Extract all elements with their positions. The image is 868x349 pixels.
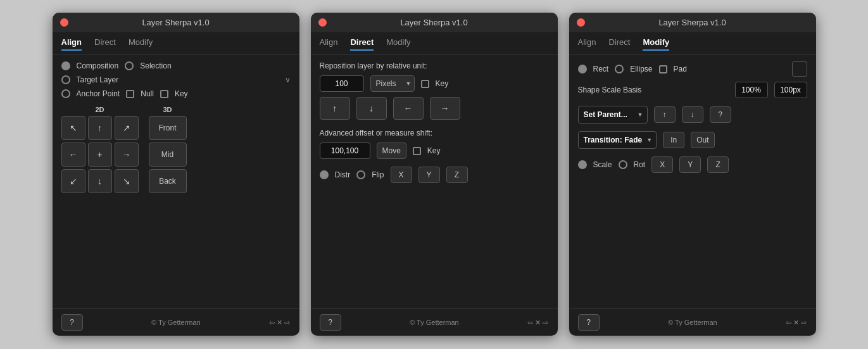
scale-px-btn[interactable]: 100px [774,82,807,98]
scale-radio-label: Scale [593,160,612,169]
set-parent-dropdown[interactable]: Set Parent... ▼ [578,106,648,124]
out-button[interactable]: Out [691,132,714,148]
panel-title-modify: Layer Sherpa v1.0 [577,18,808,27]
arrow-up[interactable]: ↑ [320,97,350,120]
null-checkbox[interactable] [126,90,134,98]
distr-label: Distr [335,170,351,179]
grid-btn-w[interactable]: ← [61,143,85,167]
rect-ellipse-pad-row: Rect Ellipse Pad [578,61,807,77]
offset-input[interactable]: 100,100 [320,143,370,159]
tab-align[interactable]: Align [61,37,82,51]
anchor-point-radio[interactable] [61,89,70,98]
panel-title-direct: Layer Sherpa v1.0 [318,18,550,27]
anchor-null-key-row: Anchor Point Null Key [61,89,291,98]
z-button-m[interactable]: Z [707,156,729,173]
grid-btn-n[interactable]: ↑ [88,116,112,140]
parent-question[interactable]: ? [710,106,731,123]
grid-btn-se[interactable]: ↘ [115,169,139,193]
x-button-d[interactable]: X [391,167,412,183]
offset-row: 100,100 Move Key [320,143,549,159]
transition-dropdown[interactable]: Transition: Fade ▼ [578,131,657,149]
move-button[interactable]: Move [377,143,406,159]
btn-back[interactable]: Back [149,169,187,193]
ellipse-radio[interactable] [615,65,624,73]
selection-radio[interactable] [125,61,134,70]
tab-align-d[interactable]: Align [320,37,338,51]
tab-direct-m[interactable]: Direct [608,37,630,51]
key-checkbox-d2[interactable] [413,147,421,155]
advanced-label-row: Advanced offset or measure shift: [320,129,549,137]
tab-align-m[interactable]: Align [578,37,596,51]
grid-btn-center[interactable]: + [88,143,112,167]
advanced-label: Advanced offset or measure shift: [320,129,433,137]
reposition-label: Reposition layer by relative unit: [320,61,427,70]
panel-direct: Layer Sherpa v1.0 Align Direct Modify Re… [311,13,558,336]
footer-direct: ? © Ty Getterman ⇦ ✕ ⇨ [311,308,558,336]
grid-btn-sw[interactable]: ↙ [61,169,85,193]
rect-radio[interactable] [578,65,587,73]
pad-checkbox[interactable] [659,65,667,73]
help-button[interactable]: ? [61,314,83,331]
panel-align: Layer Sherpa v1.0 Align Direct Modify Co… [53,13,299,336]
panel-body-direct: Reposition layer by relative unit: 100 P… [311,55,558,308]
ellipse-label: Ellipse [630,65,652,73]
tab-direct[interactable]: Direct [94,37,116,51]
target-layer-chevron[interactable]: ∨ [285,75,291,84]
copyright-label-d: © Ty Getterman [410,319,459,326]
distr-radio[interactable] [320,170,329,179]
3d-section: 3D Front Mid Back [149,106,187,193]
nav-icons-m[interactable]: ⇦ ✕ ⇨ [786,319,807,327]
parent-up-arrow[interactable]: ↑ [654,106,676,123]
parent-down-arrow[interactable]: ↓ [682,106,703,123]
transition-label: Transition: Fade [584,136,643,144]
unit-select[interactable]: Pixels ▼ [370,75,415,92]
z-button-d[interactable]: Z [446,167,468,183]
help-button-m[interactable]: ? [578,314,600,331]
tab-modify-d[interactable]: Modify [386,37,410,51]
arrow-right[interactable]: → [430,97,460,120]
scale-radio[interactable] [578,160,587,169]
rect-label: Rect [593,65,609,73]
pad-value-box[interactable] [792,61,807,77]
grid-btn-nw[interactable]: ↖ [61,116,85,140]
in-button[interactable]: In [663,132,684,148]
rot-radio[interactable] [619,160,627,169]
btn-front[interactable]: Front [149,116,187,140]
arrow-left[interactable]: ← [393,97,424,120]
flip-radio[interactable] [356,170,365,179]
nav-icons-d[interactable]: ⇦ ✕ ⇨ [527,319,548,327]
tab-modify-m[interactable]: Modify [643,37,669,51]
amount-row: 100 Pixels ▼ Key [320,75,549,92]
x-button-m[interactable]: X [651,156,673,173]
reposition-label-row: Reposition layer by relative unit: [320,61,549,70]
scale-percent-btn[interactable]: 100% [735,82,768,98]
tab-bar-direct: Align Direct Modify [311,32,558,55]
2d-label: 2D [61,106,139,113]
unit-select-btn[interactable]: Pixels [370,75,415,92]
key-label-d: Key [436,79,449,88]
target-layer-radio[interactable] [61,75,70,84]
panel-body-modify: Rect Ellipse Pad Shape Scale Basis 100% … [569,55,816,308]
btn-mid[interactable]: Mid [149,143,187,167]
amount-input[interactable]: 100 [320,75,364,92]
grid-btn-ne[interactable]: ↗ [115,116,139,140]
shape-scale-label: Shape Scale Basis [578,86,642,94]
2d-grid: ↖ ↑ ↗ ← + → ↙ ↓ ↘ [61,116,139,193]
3d-grid: Front Mid Back [149,116,187,193]
y-button-d[interactable]: Y [418,167,440,183]
arrow-down[interactable]: ↓ [356,97,387,120]
key-checkbox[interactable] [160,90,168,98]
transition-chevron: ▼ [646,137,652,143]
tab-direct-d[interactable]: Direct [350,37,374,51]
grid-btn-s[interactable]: ↓ [88,169,112,193]
y-button-m[interactable]: Y [679,156,701,173]
null-label: Null [141,89,154,98]
nav-icons[interactable]: ⇦ ✕ ⇨ [269,319,290,327]
help-button-d[interactable]: ? [320,314,341,331]
copyright-label: © Ty Getterman [151,319,201,326]
composition-radio[interactable] [61,61,70,70]
grid-btn-e[interactable]: → [115,143,139,167]
scale-rot-row: Scale Rot X Y Z [578,156,807,173]
tab-modify[interactable]: Modify [129,37,153,51]
key-checkbox-d[interactable] [421,80,429,88]
